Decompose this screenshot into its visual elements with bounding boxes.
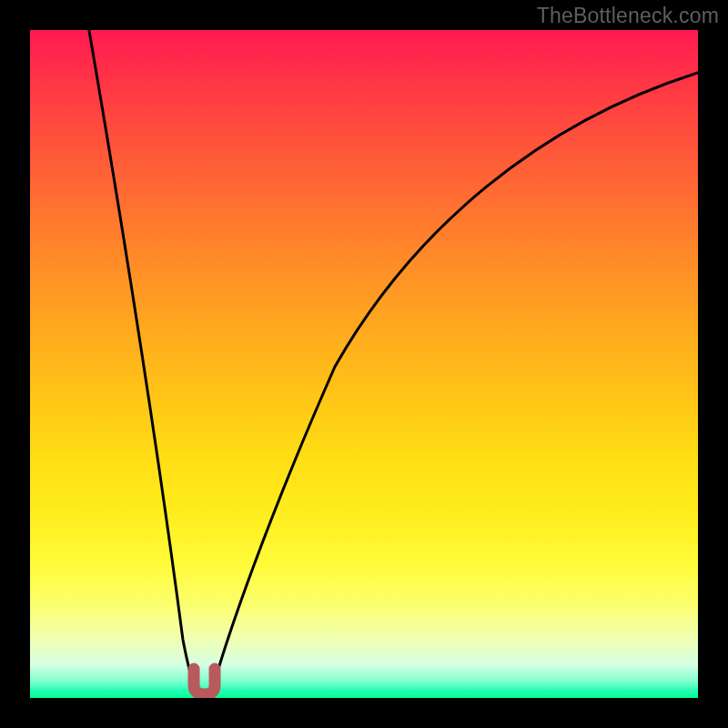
chart-frame: TheBottleneck.com xyxy=(0,0,728,728)
curve-left-branch xyxy=(88,30,197,694)
curve-right-branch xyxy=(211,71,698,694)
watermark-text: TheBottleneck.com xyxy=(537,4,719,28)
plot-area xyxy=(30,30,698,698)
minimum-marker xyxy=(194,669,215,694)
curves-layer xyxy=(30,30,698,698)
